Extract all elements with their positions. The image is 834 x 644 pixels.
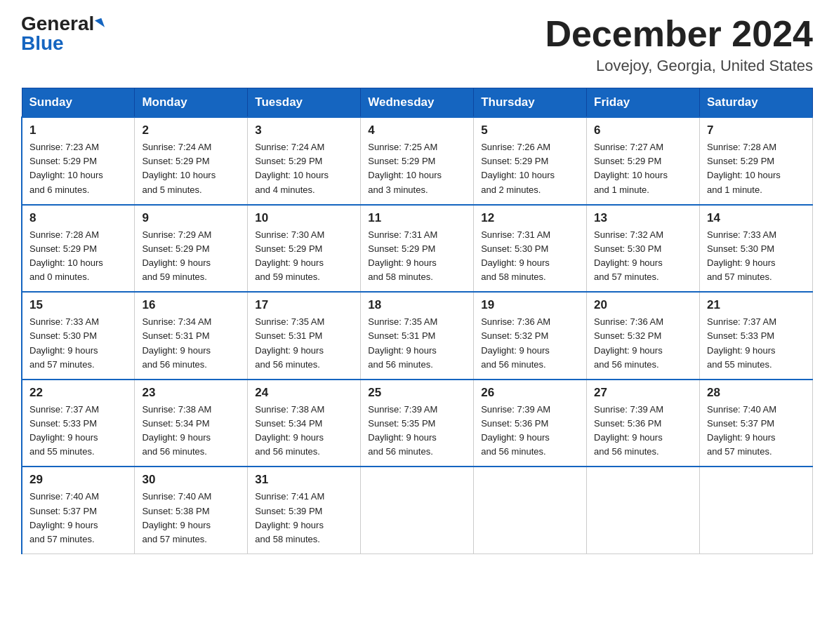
calendar-header-row: SundayMondayTuesdayWednesdayThursdayFrid… (22, 88, 813, 118)
day-number: 9 (142, 211, 240, 225)
day-number: 22 (29, 386, 127, 400)
day-number: 3 (255, 123, 353, 137)
day-number: 12 (481, 211, 579, 225)
day-number: 6 (594, 123, 692, 137)
day-info: Sunrise: 7:37 AM Sunset: 5:33 PM Dayligh… (707, 315, 805, 372)
calendar-week-row: 22Sunrise: 7:37 AM Sunset: 5:33 PM Dayli… (22, 380, 813, 467)
calendar-day-cell: 23Sunrise: 7:38 AM Sunset: 5:34 PM Dayli… (135, 380, 248, 467)
day-number: 25 (368, 386, 466, 400)
day-info: Sunrise: 7:36 AM Sunset: 5:32 PM Dayligh… (594, 315, 692, 372)
day-info: Sunrise: 7:40 AM Sunset: 5:38 PM Dayligh… (142, 490, 240, 546)
calendar-day-cell: 28Sunrise: 7:40 AM Sunset: 5:37 PM Dayli… (700, 380, 813, 467)
day-info: Sunrise: 7:28 AM Sunset: 5:29 PM Dayligh… (29, 228, 127, 285)
day-number: 14 (707, 211, 805, 225)
day-info: Sunrise: 7:32 AM Sunset: 5:30 PM Dayligh… (594, 228, 692, 285)
location-title: Lovejoy, Georgia, United States (545, 57, 813, 75)
day-number: 27 (594, 386, 692, 400)
calendar-header-friday: Friday (587, 88, 700, 118)
page-header: General Blue December 2024 Lovejoy, Geor… (21, 14, 813, 75)
calendar-day-cell: 31Sunrise: 7:41 AM Sunset: 5:39 PM Dayli… (248, 467, 361, 554)
calendar-day-cell (474, 467, 587, 554)
day-number: 4 (368, 123, 466, 137)
day-number: 11 (368, 211, 466, 225)
day-number: 24 (255, 386, 353, 400)
day-info: Sunrise: 7:38 AM Sunset: 5:34 PM Dayligh… (255, 403, 353, 459)
day-number: 16 (142, 298, 240, 312)
day-info: Sunrise: 7:29 AM Sunset: 5:29 PM Dayligh… (142, 228, 240, 285)
calendar-day-cell: 15Sunrise: 7:33 AM Sunset: 5:30 PM Dayli… (22, 292, 135, 380)
day-info: Sunrise: 7:26 AM Sunset: 5:29 PM Dayligh… (481, 140, 579, 197)
day-number: 29 (29, 473, 127, 487)
calendar-day-cell: 6Sunrise: 7:27 AM Sunset: 5:29 PM Daylig… (587, 117, 700, 205)
day-info: Sunrise: 7:31 AM Sunset: 5:30 PM Dayligh… (481, 228, 579, 285)
day-info: Sunrise: 7:35 AM Sunset: 5:31 PM Dayligh… (368, 315, 466, 372)
day-number: 5 (481, 123, 579, 137)
day-info: Sunrise: 7:31 AM Sunset: 5:29 PM Dayligh… (368, 228, 466, 285)
day-info: Sunrise: 7:39 AM Sunset: 5:35 PM Dayligh… (368, 403, 466, 459)
day-info: Sunrise: 7:38 AM Sunset: 5:34 PM Dayligh… (142, 403, 240, 459)
calendar-day-cell: 17Sunrise: 7:35 AM Sunset: 5:31 PM Dayli… (248, 292, 361, 380)
calendar-day-cell: 27Sunrise: 7:39 AM Sunset: 5:36 PM Dayli… (587, 380, 700, 467)
calendar-week-row: 15Sunrise: 7:33 AM Sunset: 5:30 PM Dayli… (22, 292, 813, 380)
calendar-day-cell: 3Sunrise: 7:24 AM Sunset: 5:29 PM Daylig… (248, 117, 361, 205)
calendar-day-cell: 22Sunrise: 7:37 AM Sunset: 5:33 PM Dayli… (22, 380, 135, 467)
day-number: 2 (142, 123, 240, 137)
calendar-day-cell: 24Sunrise: 7:38 AM Sunset: 5:34 PM Dayli… (248, 380, 361, 467)
calendar-day-cell: 12Sunrise: 7:31 AM Sunset: 5:30 PM Dayli… (474, 205, 587, 293)
calendar-week-row: 8Sunrise: 7:28 AM Sunset: 5:29 PM Daylig… (22, 205, 813, 293)
calendar-header-sunday: Sunday (22, 88, 135, 118)
day-info: Sunrise: 7:40 AM Sunset: 5:37 PM Dayligh… (707, 403, 805, 459)
calendar-table: SundayMondayTuesdayWednesdayThursdayFrid… (21, 88, 813, 554)
calendar-header-wednesday: Wednesday (361, 88, 474, 118)
day-number: 23 (142, 386, 240, 400)
calendar-header-monday: Monday (135, 88, 248, 118)
day-info: Sunrise: 7:27 AM Sunset: 5:29 PM Dayligh… (594, 140, 692, 197)
day-info: Sunrise: 7:33 AM Sunset: 5:30 PM Dayligh… (29, 315, 127, 372)
calendar-day-cell: 11Sunrise: 7:31 AM Sunset: 5:29 PM Dayli… (361, 205, 474, 293)
day-info: Sunrise: 7:41 AM Sunset: 5:39 PM Dayligh… (255, 490, 353, 546)
day-number: 19 (481, 298, 579, 312)
calendar-day-cell: 30Sunrise: 7:40 AM Sunset: 5:38 PM Dayli… (135, 467, 248, 554)
calendar-day-cell: 19Sunrise: 7:36 AM Sunset: 5:32 PM Dayli… (474, 292, 587, 380)
calendar-day-cell: 7Sunrise: 7:28 AM Sunset: 5:29 PM Daylig… (700, 117, 813, 205)
calendar-day-cell: 14Sunrise: 7:33 AM Sunset: 5:30 PM Dayli… (700, 205, 813, 293)
calendar-week-row: 29Sunrise: 7:40 AM Sunset: 5:37 PM Dayli… (22, 467, 813, 554)
logo-triangle-icon (95, 18, 105, 30)
logo: General Blue (21, 14, 103, 53)
day-info: Sunrise: 7:36 AM Sunset: 5:32 PM Dayligh… (481, 315, 579, 372)
day-info: Sunrise: 7:24 AM Sunset: 5:29 PM Dayligh… (255, 140, 353, 197)
day-info: Sunrise: 7:33 AM Sunset: 5:30 PM Dayligh… (707, 228, 805, 285)
calendar-day-cell: 25Sunrise: 7:39 AM Sunset: 5:35 PM Dayli… (361, 380, 474, 467)
title-block: December 2024 Lovejoy, Georgia, United S… (545, 14, 813, 75)
day-number: 10 (255, 211, 353, 225)
calendar-day-cell: 16Sunrise: 7:34 AM Sunset: 5:31 PM Dayli… (135, 292, 248, 380)
day-number: 13 (594, 211, 692, 225)
day-info: Sunrise: 7:28 AM Sunset: 5:29 PM Dayligh… (707, 140, 805, 197)
day-number: 21 (707, 298, 805, 312)
day-number: 1 (29, 123, 127, 137)
calendar-day-cell: 29Sunrise: 7:40 AM Sunset: 5:37 PM Dayli… (22, 467, 135, 554)
calendar-day-cell: 20Sunrise: 7:36 AM Sunset: 5:32 PM Dayli… (587, 292, 700, 380)
calendar-day-cell: 5Sunrise: 7:26 AM Sunset: 5:29 PM Daylig… (474, 117, 587, 205)
day-info: Sunrise: 7:25 AM Sunset: 5:29 PM Dayligh… (368, 140, 466, 197)
calendar-day-cell: 18Sunrise: 7:35 AM Sunset: 5:31 PM Dayli… (361, 292, 474, 380)
calendar-day-cell: 26Sunrise: 7:39 AM Sunset: 5:36 PM Dayli… (474, 380, 587, 467)
day-number: 28 (707, 386, 805, 400)
calendar-day-cell (361, 467, 474, 554)
calendar-week-row: 1Sunrise: 7:23 AM Sunset: 5:29 PM Daylig… (22, 117, 813, 205)
day-number: 17 (255, 298, 353, 312)
day-info: Sunrise: 7:39 AM Sunset: 5:36 PM Dayligh… (481, 403, 579, 459)
day-info: Sunrise: 7:24 AM Sunset: 5:29 PM Dayligh… (142, 140, 240, 197)
day-info: Sunrise: 7:35 AM Sunset: 5:31 PM Dayligh… (255, 315, 353, 372)
calendar-day-cell: 13Sunrise: 7:32 AM Sunset: 5:30 PM Dayli… (587, 205, 700, 293)
calendar-day-cell: 2Sunrise: 7:24 AM Sunset: 5:29 PM Daylig… (135, 117, 248, 205)
day-info: Sunrise: 7:37 AM Sunset: 5:33 PM Dayligh… (29, 403, 127, 459)
day-info: Sunrise: 7:34 AM Sunset: 5:31 PM Dayligh… (142, 315, 240, 372)
calendar-day-cell (587, 467, 700, 554)
calendar-day-cell (700, 467, 813, 554)
day-number: 8 (29, 211, 127, 225)
month-title: December 2024 (545, 14, 813, 54)
calendar-header-tuesday: Tuesday (248, 88, 361, 118)
logo-general-text: General (21, 14, 94, 34)
day-number: 26 (481, 386, 579, 400)
